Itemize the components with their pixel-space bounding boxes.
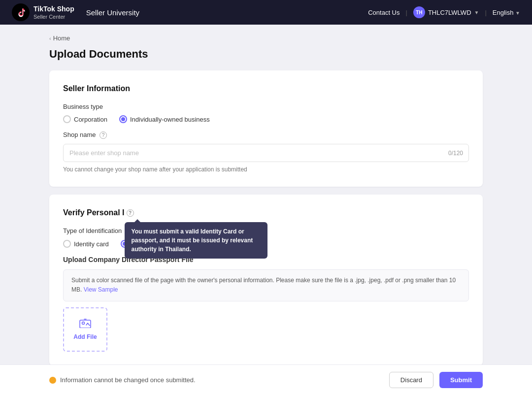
shop-name-hint: You cannot change your shop name after y…	[63, 166, 469, 173]
id-type-label: Type of Identification ?	[63, 227, 469, 235]
user-info[interactable]: TH THLC7LWLWD ▼	[413, 6, 479, 18]
radio-individual[interactable]: Individually-owned business	[119, 115, 210, 123]
radio-corporation-label: Corporation	[74, 116, 107, 123]
upload-section-title: Upload Company Director Passport File	[63, 256, 469, 263]
svg-rect-1	[80, 320, 91, 328]
footer-bar: Information cannot be changed once submi…	[0, 364, 532, 395]
divider-2: |	[485, 9, 486, 16]
submit-button[interactable]: Submit	[439, 372, 483, 388]
svg-point-2	[82, 322, 85, 325]
seller-info-title: Seller Information	[63, 84, 469, 93]
contact-us-link[interactable]: Contact Us	[368, 9, 399, 16]
breadcrumb: ‹ Home	[49, 34, 483, 42]
upload-description: Submit a color scanned file of the page …	[63, 269, 469, 301]
discard-button[interactable]: Discard	[389, 372, 433, 388]
radio-identity-card-circle	[63, 240, 71, 248]
main-content: ‹ Home Upload Documents Seller Informati…	[0, 25, 532, 383]
divider-1: |	[406, 9, 407, 16]
username: THLC7LWLWD	[428, 9, 471, 16]
top-header: TikTok Shop Seller Center Seller Univers…	[0, 0, 532, 25]
verify-help-icon[interactable]: ?	[127, 209, 134, 217]
radio-passport[interactable]: Passport	[121, 240, 157, 248]
logo: TikTok Shop Seller Center	[12, 3, 74, 21]
business-type-label: Business type	[63, 103, 469, 110]
radio-individual-label: Individually-owned business	[130, 116, 210, 123]
breadcrumb-home[interactable]: Home	[53, 34, 70, 42]
footer-notice-text: Information cannot be changed once submi…	[60, 376, 196, 384]
business-type-radio-group: Corporation Individually-owned business	[63, 115, 469, 123]
tiktok-logo-icon	[12, 3, 30, 21]
radio-passport-label: Passport	[132, 240, 157, 248]
verify-tooltip-container: ? You must submit a valid Identity Card …	[125, 208, 134, 217]
nav-title: Seller University	[86, 8, 139, 17]
add-file-button[interactable]: Add File	[63, 307, 107, 352]
radio-corporation-circle	[63, 115, 71, 123]
id-type-help-icon[interactable]: ?	[126, 228, 133, 235]
header-right: Contact Us | TH THLC7LWLWD ▼ | English ▼	[368, 6, 520, 18]
shop-name-char-count: 0/120	[448, 150, 463, 157]
footer-buttons: Discard Submit	[389, 372, 483, 388]
shop-name-help-icon[interactable]: ?	[100, 132, 107, 139]
shop-name-input[interactable]	[63, 144, 469, 162]
shop-name-input-wrap: 0/120	[63, 144, 469, 162]
warning-icon	[49, 377, 56, 384]
brand-name: TikTok Shop Seller Center	[33, 4, 74, 20]
view-sample-link[interactable]: View Sample	[84, 286, 118, 293]
radio-individual-circle	[119, 115, 127, 123]
seller-info-card: Seller Information Business type Corpora…	[49, 70, 483, 187]
page-title: Upload Documents	[49, 48, 483, 61]
language-selector[interactable]: English ▼	[493, 9, 520, 16]
lang-chevron-icon: ▼	[515, 10, 520, 16]
verify-personal-card: Verify Personal I ? You must submit a va…	[49, 195, 483, 365]
add-file-label: Add File	[73, 333, 97, 340]
chevron-down-icon: ▼	[474, 10, 479, 15]
user-avatar: TH	[413, 6, 425, 18]
verify-section-title-row: Verify Personal I ? You must submit a va…	[63, 208, 469, 217]
radio-identity-card-label: Identity card	[74, 240, 109, 248]
footer-notice: Information cannot be changed once submi…	[49, 376, 196, 384]
breadcrumb-arrow-icon: ‹	[49, 35, 51, 41]
radio-corporation[interactable]: Corporation	[63, 115, 107, 123]
header-left: TikTok Shop Seller Center Seller Univers…	[12, 3, 139, 21]
shop-name-label: Shop name ?	[63, 131, 469, 139]
radio-identity-card[interactable]: Identity card	[63, 240, 109, 248]
radio-passport-circle	[121, 240, 129, 248]
id-type-radio-group: Identity card Passport	[63, 240, 469, 248]
upload-icon	[79, 318, 91, 330]
